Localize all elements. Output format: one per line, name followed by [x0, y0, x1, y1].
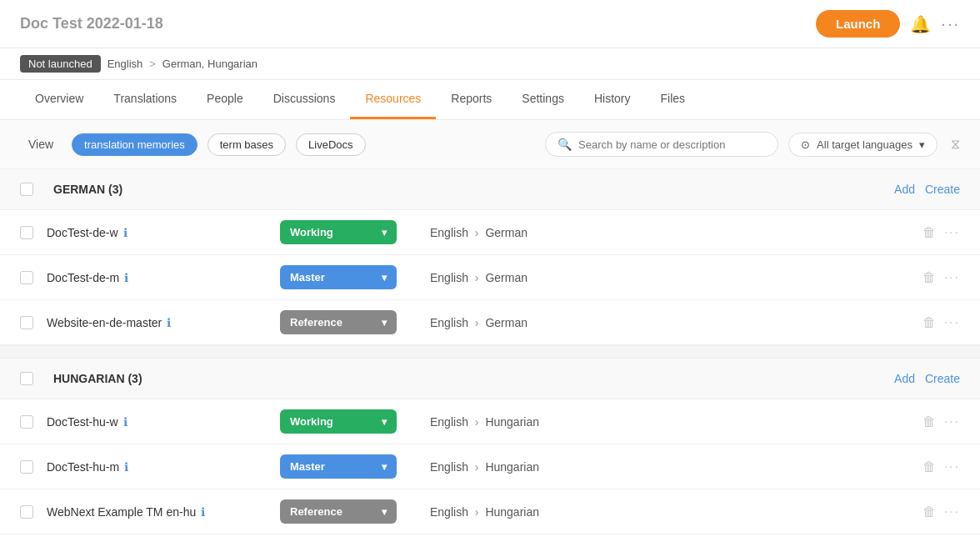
row-name: Website-en-de-master ℹ — [47, 316, 280, 329]
lang-to: German — [485, 316, 528, 329]
trash-icon[interactable]: 🗑 — [922, 414, 936, 429]
tab-settings[interactable]: Settings — [507, 80, 579, 119]
section-checkbox-container — [20, 183, 47, 196]
row-actions: 🗑 ··· — [922, 414, 960, 429]
tab-overview[interactable]: Overview — [20, 80, 98, 119]
row-checkbox-hungarian-0[interactable] — [20, 415, 33, 429]
lang-arrow-icon: › — [475, 460, 482, 474]
top-bar-left: Doc Test 2022-01-18 — [20, 15, 163, 33]
filter-term-bases[interactable]: term bases — [208, 133, 286, 156]
table-row: WebNext Example TM en-hu ℹ Reference ▾ E… — [0, 489, 980, 534]
lang-to: Hungarian — [485, 505, 539, 519]
lang-select-icon: ⊙ — [801, 138, 810, 151]
section-checkbox-german[interactable] — [20, 183, 33, 196]
trash-icon[interactable]: 🗑 — [922, 504, 936, 519]
lang-arrow-icon: › — [475, 505, 482, 519]
content: GERMAN (3) Add Create DocTest-de-w ℹ Wor… — [0, 169, 980, 534]
create-button-hungarian[interactable]: Create — [925, 372, 960, 385]
lang-select-label: All target languages — [817, 138, 912, 151]
table-row: DocTest-hu-w ℹ Working ▾ English › Hunga… — [0, 399, 980, 444]
lang-to: German — [485, 226, 528, 239]
tab-history[interactable]: History — [579, 80, 646, 119]
row-checkbox-german-0[interactable] — [20, 226, 33, 239]
app-title: Doc Test 2022-01-18 — [20, 15, 163, 33]
badge-chevron-icon: ▾ — [382, 461, 387, 473]
more-options-icon[interactable]: ··· — [944, 459, 960, 474]
row-checkbox-container — [20, 271, 47, 284]
badge-label: Working — [290, 415, 333, 428]
row-checkbox-container — [20, 505, 47, 519]
more-options-icon[interactable]: ··· — [944, 504, 960, 519]
row-checkbox-container — [20, 460, 47, 474]
row-language: English › German — [413, 226, 922, 239]
row-name: DocTest-hu-m ℹ — [47, 460, 280, 474]
lang-select[interactable]: ⊙ All target languages ▾ — [788, 133, 938, 157]
trash-icon[interactable]: 🗑 — [922, 225, 936, 240]
toolbar: View translation memories term bases Liv… — [0, 120, 980, 169]
tab-resources[interactable]: Resources — [350, 80, 436, 119]
more-options-icon[interactable]: ··· — [944, 270, 960, 285]
filter-icon[interactable]: ⧖ — [951, 137, 960, 152]
tab-reports[interactable]: Reports — [436, 80, 507, 119]
section-header-german: GERMAN (3) Add Create — [0, 169, 980, 210]
add-button-german[interactable]: Add — [894, 183, 915, 196]
tab-translations[interactable]: Translations — [98, 80, 192, 119]
badge-reference[interactable]: Reference ▾ — [280, 310, 397, 334]
section-header-hungarian: HUNGARIAN (3) Add Create — [0, 359, 980, 399]
info-icon[interactable]: ℹ — [167, 316, 171, 329]
row-name-text: DocTest-de-w — [47, 226, 118, 239]
badge-master[interactable]: Master ▾ — [280, 454, 397, 479]
lang-from: English — [430, 271, 468, 284]
tab-people[interactable]: People — [192, 80, 258, 119]
section-title-german: GERMAN (3) — [53, 183, 122, 196]
more-options-icon[interactable]: ··· — [944, 414, 960, 429]
more-options-icon[interactable]: ··· — [944, 225, 960, 240]
badge-master[interactable]: Master ▾ — [280, 265, 397, 289]
row-checkbox-german-2[interactable] — [20, 316, 33, 329]
info-icon[interactable]: ℹ — [124, 460, 128, 474]
row-actions: 🗑 ··· — [922, 459, 960, 474]
tab-discussions[interactable]: Discussions — [258, 80, 351, 119]
lang-arrow-icon: › — [475, 226, 482, 239]
badge-chevron-icon: ▾ — [382, 227, 387, 238]
filter-translation-memories[interactable]: translation memories — [72, 133, 198, 156]
row-checkbox-hungarian-2[interactable] — [20, 505, 33, 519]
info-icon[interactable]: ℹ — [124, 271, 128, 284]
bell-icon[interactable]: 🔔 — [910, 14, 931, 34]
info-icon[interactable]: ℹ — [201, 505, 205, 519]
badge-reference[interactable]: Reference ▾ — [280, 499, 397, 524]
row-checkbox-german-1[interactable] — [20, 271, 33, 284]
table-row: DocTest-de-w ℹ Working ▾ English › Germa… — [0, 210, 980, 255]
section-checkbox-hungarian[interactable] — [20, 372, 33, 385]
section-title-hungarian: HUNGARIAN (3) — [53, 372, 142, 385]
badge-chevron-icon: ▾ — [382, 317, 387, 329]
create-button-german[interactable]: Create — [925, 183, 960, 196]
row-name: DocTest-hu-w ℹ — [47, 415, 280, 429]
launch-button[interactable]: Launch — [816, 10, 900, 38]
add-button-hungarian[interactable]: Add — [894, 372, 915, 385]
row-language: English › German — [413, 271, 922, 284]
row-name-text: Website-en-de-master — [47, 316, 162, 329]
tab-files[interactable]: Files — [646, 80, 701, 119]
row-actions: 🗑 ··· — [922, 504, 960, 519]
section-divider — [0, 345, 980, 359]
row-checkbox-hungarian-1[interactable] — [20, 460, 33, 474]
badge-working[interactable]: Working ▾ — [280, 409, 397, 434]
info-icon[interactable]: ℹ — [123, 226, 128, 239]
trash-icon[interactable]: 🗑 — [922, 459, 936, 474]
breadcrumb-from: English — [108, 58, 143, 70]
more-options-icon[interactable]: ··· — [941, 14, 960, 33]
more-options-icon[interactable]: ··· — [944, 315, 960, 330]
trash-icon[interactable]: 🗑 — [922, 270, 936, 285]
row-badge: Reference ▾ — [280, 310, 413, 334]
trash-icon[interactable]: 🗑 — [922, 315, 936, 330]
lang-to: Hungarian — [485, 460, 539, 474]
row-name: DocTest-de-m ℹ — [47, 271, 280, 284]
row-actions: 🗑 ··· — [922, 315, 960, 330]
badge-working[interactable]: Working ▾ — [280, 220, 397, 244]
badge-label: Master — [290, 460, 325, 473]
lang-select-chevron: ▾ — [919, 138, 925, 151]
info-icon[interactable]: ℹ — [123, 415, 128, 429]
search-input[interactable] — [578, 138, 762, 151]
filter-livedocs[interactable]: LiveDocs — [296, 133, 365, 156]
